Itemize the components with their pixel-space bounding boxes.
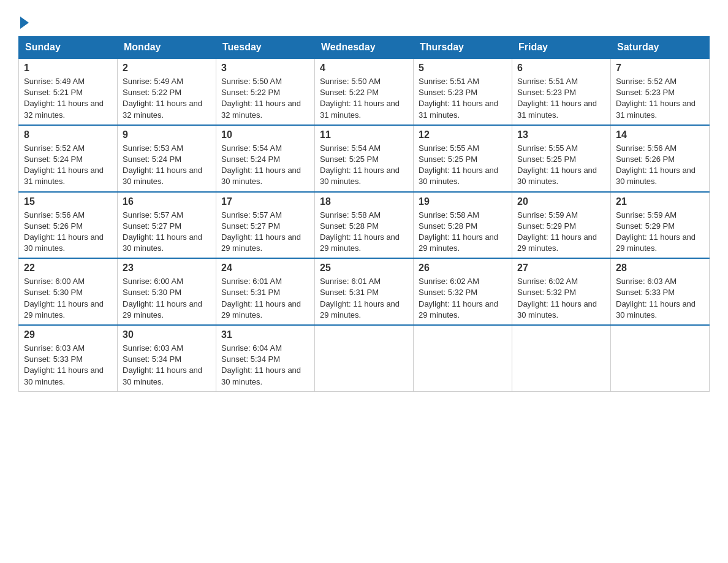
day-number: 12 xyxy=(419,129,507,140)
calendar-cell: 6 Sunrise: 5:51 AMSunset: 5:23 PMDayligh… xyxy=(512,58,611,125)
calendar-cell: 12 Sunrise: 5:55 AMSunset: 5:25 PMDaylig… xyxy=(414,125,512,192)
weekday-header-sunday: Sunday xyxy=(19,37,118,59)
day-info: Sunrise: 5:51 AMSunset: 5:23 PMDaylight:… xyxy=(419,77,498,120)
day-number: 3 xyxy=(221,63,309,74)
day-number: 9 xyxy=(123,129,211,140)
day-info: Sunrise: 6:03 AMSunset: 5:33 PMDaylight:… xyxy=(24,343,104,386)
day-number: 23 xyxy=(123,262,211,274)
day-number: 11 xyxy=(320,129,408,140)
day-info: Sunrise: 5:54 AMSunset: 5:24 PMDaylight:… xyxy=(221,144,301,186)
day-number: 8 xyxy=(24,129,112,140)
weekday-header-saturday: Saturday xyxy=(611,37,710,59)
day-info: Sunrise: 5:57 AMSunset: 5:27 PMDaylight:… xyxy=(221,210,301,253)
day-number: 2 xyxy=(123,63,211,74)
calendar-cell: 10 Sunrise: 5:54 AMSunset: 5:24 PMDaylig… xyxy=(216,125,315,192)
day-info: Sunrise: 6:03 AMSunset: 5:34 PMDaylight:… xyxy=(123,343,202,386)
weekday-header-row: SundayMondayTuesdayWednesdayThursdayFrid… xyxy=(19,37,710,59)
page-header xyxy=(18,12,710,29)
day-info: Sunrise: 5:56 AMSunset: 5:26 PMDaylight:… xyxy=(616,144,696,186)
day-number: 19 xyxy=(419,196,507,207)
day-number: 18 xyxy=(320,196,408,207)
day-number: 6 xyxy=(517,63,605,74)
day-number: 22 xyxy=(24,262,112,274)
day-info: Sunrise: 5:53 AMSunset: 5:24 PMDaylight:… xyxy=(123,144,202,186)
calendar-cell: 23 Sunrise: 6:00 AMSunset: 5:30 PMDaylig… xyxy=(118,258,216,325)
calendar-cell: 21 Sunrise: 5:59 AMSunset: 5:29 PMDaylig… xyxy=(611,192,710,259)
week-row-2: 8 Sunrise: 5:52 AMSunset: 5:24 PMDayligh… xyxy=(19,125,710,192)
day-number: 31 xyxy=(221,329,309,340)
day-number: 15 xyxy=(24,196,112,207)
day-info: Sunrise: 5:54 AMSunset: 5:25 PMDaylight:… xyxy=(320,144,400,186)
day-number: 27 xyxy=(517,262,605,274)
calendar-cell: 11 Sunrise: 5:54 AMSunset: 5:25 PMDaylig… xyxy=(315,125,414,192)
day-number: 16 xyxy=(123,196,211,207)
calendar-cell: 20 Sunrise: 5:59 AMSunset: 5:29 PMDaylig… xyxy=(512,192,611,259)
day-number: 17 xyxy=(221,196,309,207)
calendar-cell xyxy=(315,325,414,391)
calendar-cell xyxy=(414,325,512,391)
logo-general-text xyxy=(18,15,29,29)
day-info: Sunrise: 6:00 AMSunset: 5:30 PMDaylight:… xyxy=(123,277,202,320)
day-info: Sunrise: 5:49 AMSunset: 5:21 PMDaylight:… xyxy=(24,77,104,120)
logo-arrow-icon xyxy=(20,17,29,29)
day-info: Sunrise: 5:56 AMSunset: 5:26 PMDaylight:… xyxy=(24,210,104,253)
week-row-1: 1 Sunrise: 5:49 AMSunset: 5:21 PMDayligh… xyxy=(19,58,710,125)
calendar-cell: 2 Sunrise: 5:49 AMSunset: 5:22 PMDayligh… xyxy=(118,58,216,125)
calendar-cell: 29 Sunrise: 6:03 AMSunset: 5:33 PMDaylig… xyxy=(19,325,118,391)
day-number: 5 xyxy=(419,63,507,74)
day-info: Sunrise: 5:49 AMSunset: 5:22 PMDaylight:… xyxy=(123,77,202,120)
calendar-cell xyxy=(611,325,710,391)
day-number: 13 xyxy=(517,129,605,140)
calendar-cell: 26 Sunrise: 6:02 AMSunset: 5:32 PMDaylig… xyxy=(414,258,512,325)
calendar-cell: 18 Sunrise: 5:58 AMSunset: 5:28 PMDaylig… xyxy=(315,192,414,259)
day-info: Sunrise: 5:57 AMSunset: 5:27 PMDaylight:… xyxy=(123,210,202,253)
calendar-cell: 8 Sunrise: 5:52 AMSunset: 5:24 PMDayligh… xyxy=(19,125,118,192)
calendar-cell: 14 Sunrise: 5:56 AMSunset: 5:26 PMDaylig… xyxy=(611,125,710,192)
day-info: Sunrise: 5:59 AMSunset: 5:29 PMDaylight:… xyxy=(517,210,597,253)
day-info: Sunrise: 6:02 AMSunset: 5:32 PMDaylight:… xyxy=(517,277,597,320)
day-info: Sunrise: 6:02 AMSunset: 5:32 PMDaylight:… xyxy=(419,277,498,320)
day-info: Sunrise: 5:55 AMSunset: 5:25 PMDaylight:… xyxy=(517,144,597,186)
day-info: Sunrise: 5:51 AMSunset: 5:23 PMDaylight:… xyxy=(517,77,597,120)
day-info: Sunrise: 5:58 AMSunset: 5:28 PMDaylight:… xyxy=(320,210,400,253)
day-number: 26 xyxy=(419,262,507,274)
day-info: Sunrise: 5:52 AMSunset: 5:24 PMDaylight:… xyxy=(24,144,104,186)
day-number: 10 xyxy=(221,129,309,140)
calendar-cell: 30 Sunrise: 6:03 AMSunset: 5:34 PMDaylig… xyxy=(118,325,216,391)
weekday-header-tuesday: Tuesday xyxy=(216,37,315,59)
day-info: Sunrise: 6:00 AMSunset: 5:30 PMDaylight:… xyxy=(24,277,104,320)
calendar-cell: 5 Sunrise: 5:51 AMSunset: 5:23 PMDayligh… xyxy=(414,58,512,125)
day-info: Sunrise: 6:03 AMSunset: 5:33 PMDaylight:… xyxy=(616,277,696,320)
weekday-header-monday: Monday xyxy=(118,37,216,59)
day-number: 25 xyxy=(320,262,408,274)
calendar-table: SundayMondayTuesdayWednesdayThursdayFrid… xyxy=(18,36,710,392)
calendar-cell: 31 Sunrise: 6:04 AMSunset: 5:34 PMDaylig… xyxy=(216,325,315,391)
calendar-cell: 17 Sunrise: 5:57 AMSunset: 5:27 PMDaylig… xyxy=(216,192,315,259)
day-number: 21 xyxy=(616,196,704,207)
day-info: Sunrise: 5:50 AMSunset: 5:22 PMDaylight:… xyxy=(320,77,400,120)
calendar-cell: 27 Sunrise: 6:02 AMSunset: 5:32 PMDaylig… xyxy=(512,258,611,325)
day-number: 30 xyxy=(123,329,211,340)
day-number: 24 xyxy=(221,262,309,274)
day-info: Sunrise: 5:58 AMSunset: 5:28 PMDaylight:… xyxy=(419,210,498,253)
week-row-5: 29 Sunrise: 6:03 AMSunset: 5:33 PMDaylig… xyxy=(19,325,710,391)
calendar-cell: 13 Sunrise: 5:55 AMSunset: 5:25 PMDaylig… xyxy=(512,125,611,192)
weekday-header-wednesday: Wednesday xyxy=(315,37,414,59)
calendar-cell: 16 Sunrise: 5:57 AMSunset: 5:27 PMDaylig… xyxy=(118,192,216,259)
day-info: Sunrise: 5:50 AMSunset: 5:22 PMDaylight:… xyxy=(221,77,301,120)
calendar-cell: 9 Sunrise: 5:53 AMSunset: 5:24 PMDayligh… xyxy=(118,125,216,192)
calendar-cell: 7 Sunrise: 5:52 AMSunset: 5:23 PMDayligh… xyxy=(611,58,710,125)
calendar-cell: 4 Sunrise: 5:50 AMSunset: 5:22 PMDayligh… xyxy=(315,58,414,125)
day-number: 4 xyxy=(320,63,408,74)
day-number: 29 xyxy=(24,329,112,340)
logo xyxy=(18,15,29,29)
day-info: Sunrise: 6:01 AMSunset: 5:31 PMDaylight:… xyxy=(320,277,400,320)
day-number: 28 xyxy=(616,262,704,274)
week-row-4: 22 Sunrise: 6:00 AMSunset: 5:30 PMDaylig… xyxy=(19,258,710,325)
calendar-cell: 19 Sunrise: 5:58 AMSunset: 5:28 PMDaylig… xyxy=(414,192,512,259)
day-number: 7 xyxy=(616,63,704,74)
calendar-cell: 24 Sunrise: 6:01 AMSunset: 5:31 PMDaylig… xyxy=(216,258,315,325)
week-row-3: 15 Sunrise: 5:56 AMSunset: 5:26 PMDaylig… xyxy=(19,192,710,259)
day-number: 20 xyxy=(517,196,605,207)
day-info: Sunrise: 5:59 AMSunset: 5:29 PMDaylight:… xyxy=(616,210,696,253)
